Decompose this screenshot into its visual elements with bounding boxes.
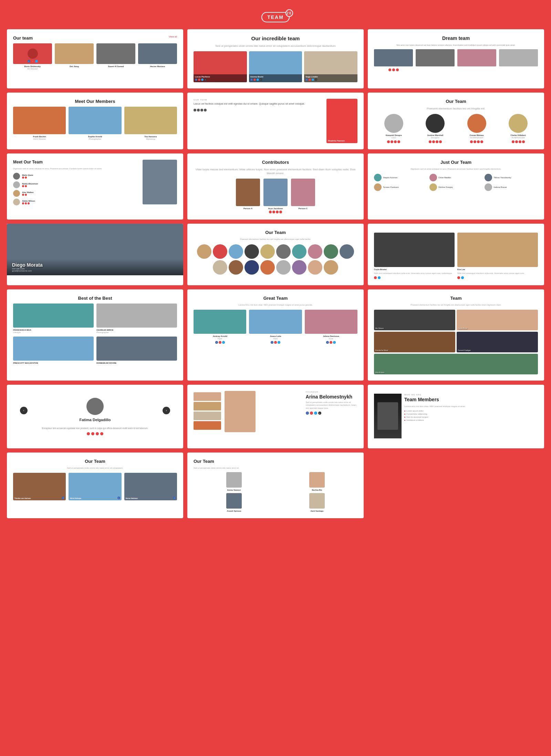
list-item bbox=[324, 260, 338, 275]
list-item bbox=[229, 244, 243, 259]
member-photo bbox=[384, 114, 403, 133]
featured-bg: Diego Morata 018 196 0006 good@someone.c… bbox=[7, 224, 183, 275]
card-meet-members: Meet Our Members Frank Bechin CEO/ Direc… bbox=[7, 93, 183, 149]
member-name: Emma Siamovi bbox=[227, 489, 241, 491]
card9-members: Stepan Azamov Chloe Madibo Tikhon Yarosl… bbox=[374, 174, 538, 191]
card2-title: Our incredible team bbox=[194, 35, 357, 41]
list-item: Justine Marshall Designer bbox=[426, 114, 445, 143]
member-name: Kandacha Wood bbox=[375, 349, 388, 351]
avatar bbox=[13, 181, 20, 188]
card-our-team-1: Our team View all f i t Boris Shtitensky… bbox=[7, 29, 183, 88]
list-item: Joana Leite Flyer f i t bbox=[249, 310, 302, 344]
list-item: PRESCOTT MACAFSTON bbox=[13, 337, 94, 364]
card17-title: Our Team bbox=[13, 459, 177, 464]
card-center-profile: ‹ Fatima Delgadillo › Excepteur sint occ… bbox=[7, 385, 183, 448]
member-role: Photographer bbox=[69, 138, 121, 140]
list-item: Zank Santiago bbox=[277, 493, 357, 512]
avatar bbox=[485, 174, 492, 181]
list-item bbox=[194, 392, 221, 401]
list-item: Neclina Bio bbox=[277, 472, 357, 491]
member-photo bbox=[499, 49, 538, 66]
member-name: DOMENKAR DOVRE bbox=[96, 362, 177, 364]
badge-number: 20 bbox=[285, 9, 293, 17]
list-item: Person A bbox=[236, 179, 260, 213]
member-name: Dai Jiang bbox=[55, 65, 94, 67]
card1-view-all[interactable]: View all bbox=[169, 35, 177, 38]
member-photo: f i t bbox=[13, 43, 52, 64]
list-item: f i t Boris Shtitensky Art Director bbox=[13, 43, 52, 70]
card18-title: Team Members bbox=[404, 397, 538, 402]
section-label: WHO WE ARE bbox=[404, 394, 538, 396]
list-item: Chloe Madibo bbox=[429, 174, 483, 181]
member-photo bbox=[426, 114, 445, 133]
social-icon[interactable]: f bbox=[173, 497, 176, 499]
card5-members: Ezequiel Dengra CEO Justine Marshall Des… bbox=[374, 114, 538, 143]
card6-title: Meet Our Team bbox=[13, 160, 139, 164]
card1-title: Our team bbox=[13, 35, 177, 41]
member-name: Aria Arriaza bbox=[375, 371, 384, 373]
list-item bbox=[194, 421, 221, 430]
member-photo bbox=[467, 114, 486, 133]
member-photo bbox=[96, 43, 135, 64]
member-name: Tikhon Yaroslavsky bbox=[493, 177, 511, 179]
card-just-our-team: Just Our Team Dignissim sed sit amet vol… bbox=[368, 153, 544, 220]
card4-title: Meet Our Members bbox=[13, 99, 177, 104]
list-item: Dai Jiang bbox=[55, 43, 94, 70]
card13-title: Team bbox=[374, 296, 538, 301]
card-profile-highlight: FOUNDER Arina Belomestnykh Sed ut perspi… bbox=[187, 385, 364, 448]
main-grid: Our team View all f i t Boris Shtitensky… bbox=[7, 29, 544, 518]
member-role: CEO/ Director bbox=[13, 138, 66, 140]
social-icon[interactable]: f bbox=[117, 497, 120, 499]
member-photo bbox=[236, 179, 260, 206]
list-item bbox=[324, 244, 338, 259]
card-great-team: Great Team Lacinia Arcu nisl duis vitae.… bbox=[187, 289, 364, 381]
card12-members: Jontray Arnold Flyer f i t Joana Leite F… bbox=[194, 310, 357, 344]
member-name: Uzoma Bochi bbox=[250, 76, 301, 78]
featured-name: Diego Morata bbox=[12, 262, 178, 268]
member-role: CEO bbox=[384, 136, 403, 139]
list-item: Shirline Dungey bbox=[429, 183, 483, 191]
card5-subtitle: Praesent elementum facilisis leo vel fri… bbox=[374, 107, 538, 110]
member-name: Hirini Hokopa bbox=[70, 497, 81, 499]
card11-members: Cayla Brister Nibh nisl consequat interd… bbox=[374, 233, 538, 279]
member-name: Eva Lee bbox=[457, 268, 538, 270]
member-name: Hector Mariano bbox=[138, 65, 177, 67]
card6-subtitle: Dignissim sed sit amet volutpat mi arcu.… bbox=[13, 167, 139, 170]
list-item: Cayla Brister Nibh nisl consequat interd… bbox=[374, 233, 455, 279]
card18-subtitle: Lacinia arcu nisl duis vitae. Nibh praes… bbox=[404, 405, 538, 408]
card-two-person: Cayla Brister Nibh nisl consequat interd… bbox=[368, 224, 544, 285]
avatar bbox=[13, 173, 20, 180]
avatar bbox=[86, 398, 104, 415]
nav-icon-left[interactable]: ‹ bbox=[20, 407, 28, 414]
card3-subtitle: Nisi anim non lorem deserunt ad duis lab… bbox=[374, 44, 538, 46]
list-item: Tikhon Yaroslavsky bbox=[485, 174, 538, 181]
list-item bbox=[213, 260, 227, 275]
card-our-team-bottom: Our Team Sed ut perspiciatis unde omnis … bbox=[7, 452, 183, 518]
list-item bbox=[197, 244, 211, 259]
list-item: Alex Walker bbox=[13, 190, 139, 197]
card12-title: Great Team bbox=[194, 296, 357, 301]
member-photo bbox=[13, 337, 94, 361]
profile-label: FOUNDER bbox=[306, 391, 357, 393]
member-role: Flyer bbox=[194, 337, 246, 340]
social-icon[interactable]: f bbox=[62, 497, 64, 499]
card17-photos: Trienke van Aartsen f Hirini Hokopa f Ho… bbox=[13, 473, 177, 500]
avatar bbox=[13, 199, 20, 205]
nav-icon-right[interactable]: › bbox=[163, 407, 170, 414]
member-photo bbox=[263, 179, 288, 206]
card8-title: Contributors bbox=[194, 160, 357, 165]
member-photo bbox=[13, 107, 66, 134]
member-role: Marketing bbox=[124, 138, 177, 140]
list-item bbox=[245, 260, 259, 275]
member-name: Farresh Kadigan bbox=[458, 349, 471, 351]
list-item: Consectetur adipiscing bbox=[404, 413, 538, 415]
list-item: Ezequiel Dengra CEO bbox=[384, 114, 403, 143]
card10-subtitle: Praesent elementum facilisis leo vel fri… bbox=[194, 238, 357, 241]
list-item bbox=[194, 412, 221, 420]
member-photo bbox=[249, 310, 302, 334]
avatar bbox=[374, 183, 382, 191]
card2-photos: Lucas Pacheco f i t in Uzoma Bochi f i t bbox=[194, 51, 357, 82]
member-photo bbox=[226, 493, 242, 509]
card19-title: Our Team bbox=[194, 459, 357, 464]
member-name: Torsten Paulssen bbox=[383, 186, 399, 188]
